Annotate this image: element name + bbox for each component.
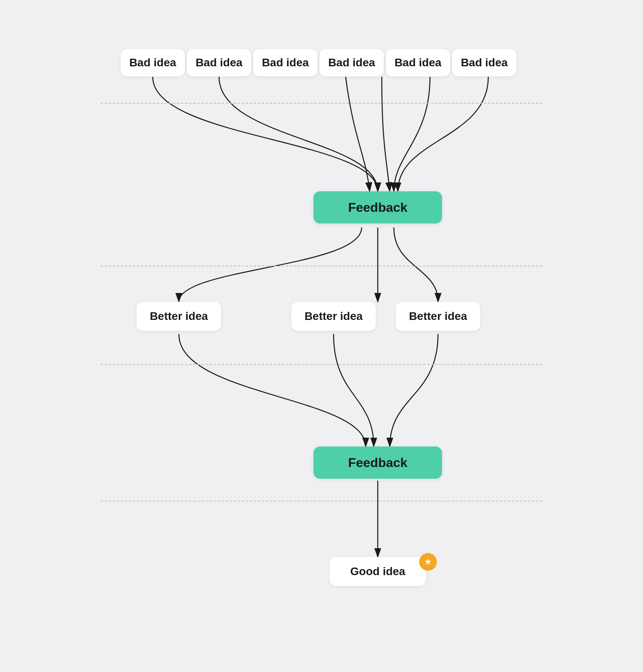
dashed-line-2 bbox=[100, 266, 543, 266]
better-idea-2: Better idea bbox=[291, 302, 376, 331]
feedback-node-2: Feedback bbox=[313, 447, 442, 479]
bad-idea-6: Bad idea bbox=[452, 49, 516, 76]
diagram: Bad idea Bad idea Bad idea Bad idea Bad … bbox=[100, 35, 543, 637]
good-idea-node: Good idea bbox=[330, 557, 426, 586]
better-idea-1: Better idea bbox=[137, 302, 221, 331]
bad-idea-3: Bad idea bbox=[253, 49, 317, 76]
dashed-line-4 bbox=[100, 501, 543, 502]
better-idea-3: Better idea bbox=[396, 302, 480, 331]
dashed-line-3 bbox=[100, 364, 543, 365]
bad-idea-1: Bad idea bbox=[121, 49, 185, 76]
star-badge: ★ bbox=[419, 553, 437, 571]
bad-idea-5: Bad idea bbox=[386, 49, 450, 76]
bad-idea-4: Bad idea bbox=[319, 49, 384, 76]
feedback-node-1: Feedback bbox=[313, 191, 442, 223]
dashed-line-1 bbox=[100, 103, 543, 104]
bad-idea-2: Bad idea bbox=[187, 49, 251, 76]
